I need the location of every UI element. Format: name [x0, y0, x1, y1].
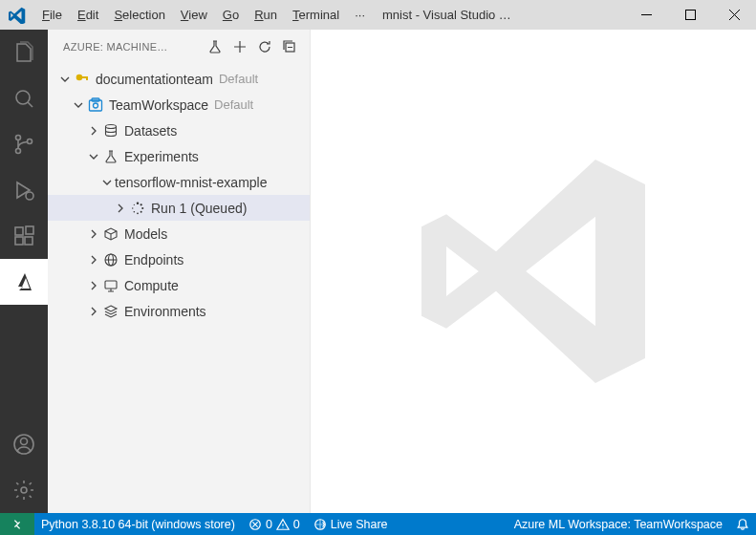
status-notifications[interactable]: [729, 513, 756, 535]
warning-icon: [276, 518, 290, 531]
menu-view[interactable]: View: [173, 0, 215, 30]
activity-settings[interactable]: [0, 467, 48, 513]
tree-label: tensorflow-mnist-example: [115, 175, 268, 190]
minimize-button[interactable]: [624, 0, 668, 30]
tree-compute[interactable]: Compute: [48, 272, 310, 298]
title-bar: File Edit Selection View Go Run Terminal…: [0, 0, 756, 30]
tree-endpoints[interactable]: Endpoints: [48, 246, 310, 272]
tree-desc: Default: [219, 72, 258, 86]
tree-run-item[interactable]: Run 1 (Queued): [48, 195, 310, 221]
remote-indicator[interactable]: [0, 513, 34, 535]
svg-point-24: [141, 206, 143, 208]
beaker-icon: [101, 147, 120, 166]
beaker-icon[interactable]: [203, 34, 227, 59]
svg-rect-17: [86, 76, 88, 80]
tree-experiments[interactable]: Experiments: [48, 143, 310, 169]
menu-run[interactable]: Run: [247, 0, 285, 30]
svg-rect-1: [685, 11, 695, 20]
close-button[interactable]: [712, 0, 756, 30]
status-bar: Python 3.8.10 64-bit (windows store) 0 0…: [0, 513, 756, 535]
sidebar: AZURE: MACHINE… documentationteam Defaul…: [48, 30, 311, 513]
activity-search[interactable]: [0, 75, 48, 121]
tree-label: Datasets: [124, 123, 177, 139]
vscode-logo-icon: [8, 6, 27, 25]
window-controls: [624, 0, 756, 30]
menu-file[interactable]: File: [34, 0, 70, 30]
svg-rect-32: [105, 281, 117, 289]
chevron-right-icon: [86, 123, 101, 139]
svg-point-26: [137, 212, 139, 214]
svg-point-20: [94, 103, 98, 108]
chevron-down-icon: [71, 97, 86, 113]
svg-point-21: [106, 124, 117, 128]
activity-explorer[interactable]: [0, 30, 48, 75]
workspace-icon: [86, 96, 105, 115]
status-warnings: 0: [293, 518, 300, 531]
svg-point-2: [16, 91, 30, 104]
layers-icon: [101, 302, 120, 321]
menu-selection[interactable]: Selection: [106, 0, 172, 30]
svg-rect-8: [15, 237, 23, 245]
sidebar-header: AZURE: MACHINE…: [48, 30, 310, 64]
tree-workspace[interactable]: TeamWorkspace Default: [48, 92, 310, 118]
activity-azure[interactable]: [0, 259, 48, 305]
tree-experiment-item[interactable]: tensorflow-mnist-example: [48, 169, 310, 195]
vscode-watermark-icon: [409, 147, 658, 396]
svg-point-5: [28, 139, 32, 144]
activity-run-debug[interactable]: [0, 167, 48, 213]
tree-label: Endpoints: [124, 252, 184, 268]
svg-rect-18: [90, 100, 102, 111]
status-python[interactable]: Python 3.8.10 64-bit (windows store): [34, 513, 242, 535]
sidebar-title: AZURE: MACHINE…: [63, 41, 203, 53]
menu-go[interactable]: Go: [215, 0, 247, 30]
menu-edit[interactable]: Edit: [70, 0, 106, 30]
collapse-all-icon[interactable]: [277, 34, 302, 59]
svg-point-22: [137, 202, 139, 203]
svg-point-6: [26, 192, 33, 200]
activity-bar: [0, 30, 48, 513]
editor-area: [311, 30, 756, 513]
chevron-right-icon: [86, 304, 101, 319]
status-liveshare[interactable]: Live Share: [307, 513, 395, 535]
menu-terminal[interactable]: Terminal: [285, 0, 347, 30]
activity-extensions[interactable]: [0, 213, 48, 259]
tree-models[interactable]: Models: [48, 221, 310, 246]
loading-icon: [128, 199, 147, 218]
activity-source-control[interactable]: [0, 121, 48, 167]
svg-rect-9: [25, 237, 32, 245]
tree-label: Environments: [124, 304, 206, 319]
tree-desc: Default: [214, 97, 253, 112]
database-icon: [101, 121, 120, 140]
tree-environments[interactable]: Environments: [48, 298, 310, 324]
chevron-down-icon: [57, 72, 73, 87]
chevron-down-icon: [99, 175, 115, 190]
status-label: Live Share: [331, 518, 388, 531]
svg-point-3: [16, 136, 21, 140]
chevron-right-icon: [86, 278, 101, 293]
svg-rect-7: [15, 227, 23, 235]
error-icon: [248, 518, 262, 531]
tree-view: documentationteam Default TeamWorkspace …: [48, 64, 310, 513]
bell-icon: [736, 518, 749, 531]
menu-more[interactable]: ···: [347, 0, 373, 30]
tree-label: Compute: [124, 278, 179, 293]
svg-point-27: [134, 210, 136, 212]
status-azure-workspace[interactable]: Azure ML Workspace: TeamWorkspace: [508, 513, 729, 535]
key-icon: [73, 70, 92, 89]
maximize-button[interactable]: [668, 0, 712, 30]
svg-point-23: [140, 203, 142, 205]
svg-point-29: [134, 203, 135, 204]
refresh-icon[interactable]: [252, 34, 277, 59]
tree-label: Models: [124, 226, 167, 242]
box-icon: [101, 225, 120, 244]
tree-subscription[interactable]: documentationteam Default: [48, 66, 310, 92]
svg-point-13: [21, 487, 27, 493]
tree-datasets[interactable]: Datasets: [48, 118, 310, 143]
status-problems[interactable]: 0 0: [242, 513, 307, 535]
tree-label: Experiments: [124, 149, 199, 164]
activity-accounts[interactable]: [0, 421, 48, 467]
chevron-right-icon: [113, 201, 128, 216]
window-title: mnist - Visual Studio …: [373, 8, 624, 22]
tree-label: documentationteam: [96, 72, 213, 87]
add-icon[interactable]: [227, 34, 252, 59]
